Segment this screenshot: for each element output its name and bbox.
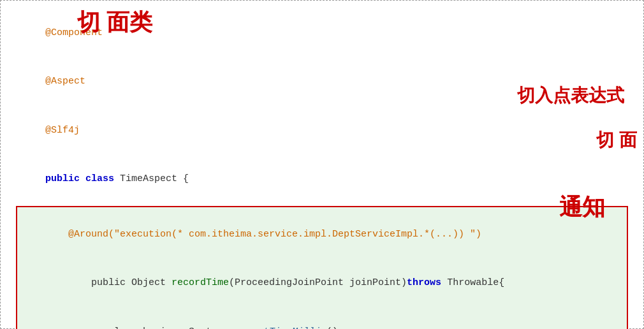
method-params: (ProceedingJoinPoint joinPoint) (229, 277, 407, 288)
begin-text: long begin = System. (68, 326, 229, 330)
annotation-around: @Around("execution(* com.itheima.service… (68, 229, 481, 240)
keyword-throws: throws (407, 277, 447, 288)
line-method-decl: public Object recordTime(ProceedingJoinP… (22, 259, 622, 308)
line-begin: long begin = System.currentTimeMillis(); (22, 307, 622, 329)
line-class-decl: public class TimeAspect { (11, 155, 633, 204)
method-decl-public: public Object (68, 277, 172, 288)
line-around: @Around("execution(* com.itheima.service… (22, 210, 622, 259)
label-qiemian: 切 面 (596, 128, 637, 152)
label-tongzhi: 通知 (559, 192, 605, 223)
code-container: 切 面类 切入点表达式 切 面 通知 @Component @Aspect @S… (0, 0, 644, 329)
annotation-aspect: @Aspect (45, 76, 85, 87)
keyword-public-class: public class (45, 173, 114, 184)
throwable-text: Throwable{ (447, 277, 504, 288)
highlight-section: @Around("execution(* com.itheima.service… (16, 206, 628, 329)
annotation-slf4j: @Slf4j (45, 125, 80, 136)
class-name: TimeAspect { (114, 173, 189, 184)
label-qieru: 切入点表达式 (517, 84, 624, 108)
code-outer: @Component @Aspect @Slf4j public class T… (1, 8, 643, 329)
label-qiemianlee: 切 面类 (77, 7, 152, 38)
begin-method: currentTimeMillis (229, 326, 326, 330)
begin-end: (); (326, 326, 344, 330)
line-slf4j: @Slf4j (11, 106, 633, 155)
method-record-time: recordTime (172, 277, 229, 288)
